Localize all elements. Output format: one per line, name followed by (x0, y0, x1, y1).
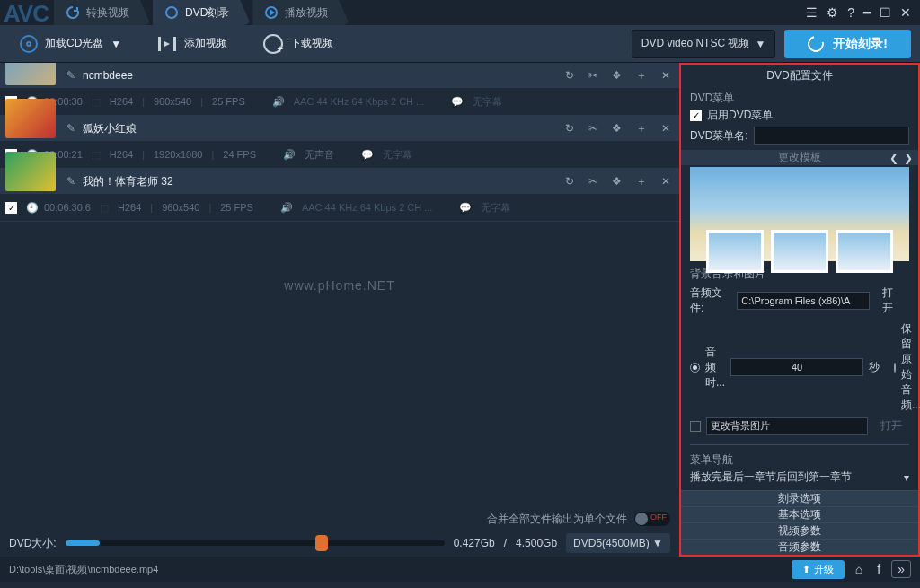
size-total: 4.500Gb (516, 537, 557, 549)
loop-icon[interactable]: ↻ (562, 69, 578, 82)
add-icon[interactable]: ＋ (632, 174, 650, 189)
open-audio-button[interactable]: 打开 (875, 284, 909, 318)
remove-icon[interactable]: ✕ (658, 175, 674, 188)
change-bg-checkbox[interactable] (690, 421, 701, 432)
download-video-button[interactable]: 下载视频 (247, 29, 349, 59)
fps: 25 FPS (220, 202, 253, 213)
facebook-icon[interactable]: f (873, 562, 884, 576)
size-label: DVD大小: (9, 536, 57, 551)
keep-original-radio[interactable] (894, 363, 896, 373)
tab-convert[interactable]: 转换视频 (54, 0, 151, 25)
speaker-icon[interactable]: 🔊 (272, 96, 285, 108)
upgrade-button[interactable]: ⬆ 升级 (792, 560, 845, 579)
audio-dur-input[interactable] (730, 358, 863, 376)
chevron-down-icon: ▼ (111, 38, 121, 50)
logo-watermark: AVC (4, 0, 49, 28)
subtitle-icon[interactable]: 💬 (459, 202, 472, 214)
item-checkbox[interactable]: ✓ (5, 202, 17, 214)
bg-image-input[interactable] (706, 417, 868, 435)
bg-section: 背景音乐和图片 音频文件: 打开 音频时... 秒 保留原始音频... 打开 (681, 263, 918, 441)
cut-icon[interactable]: ✂ (585, 122, 601, 135)
accordion-burn[interactable]: 刻录选项 (681, 490, 918, 506)
item-header[interactable]: ✎ 狐妖小红娘 ↻ ✂ ❖ ＋ ✕ (0, 116, 679, 141)
menu-name-input[interactable] (754, 127, 909, 145)
more-button[interactable]: » (891, 560, 911, 578)
add-icon[interactable]: ＋ (632, 121, 650, 136)
item-title: ncmbdeee (83, 69, 554, 82)
speaker-icon[interactable]: 🔊 (280, 202, 293, 214)
output-profile-select[interactable]: DVD video NTSC 视频 ▼ (632, 30, 776, 58)
button-label: 开始刻录! (833, 36, 888, 52)
menu-icon[interactable]: ☰ (806, 5, 818, 20)
accordion-basic[interactable]: 基本选项 (681, 506, 918, 522)
subtitle-info[interactable]: 无字幕 (473, 95, 502, 109)
audio-file-label: 音频文件: (690, 285, 731, 316)
subtitle-icon[interactable]: 💬 (451, 96, 464, 108)
remove-icon[interactable]: ✕ (658, 122, 674, 135)
film-icon: ⬚ (92, 149, 101, 161)
loop-icon[interactable]: ↻ (562, 175, 578, 188)
load-cd-button[interactable]: 加载CD光盘 ▼ (4, 29, 137, 59)
close-icon[interactable]: ✕ (900, 5, 911, 20)
upgrade-label: 升级 (814, 563, 834, 576)
audio-info[interactable]: AAC 44 KHz 64 Kbps 2 CH ... (294, 96, 425, 107)
add-icon[interactable]: ＋ (632, 68, 650, 83)
subtitle-icon[interactable]: 💬 (361, 149, 374, 161)
cut-icon[interactable]: ✂ (585, 69, 601, 82)
accordion-video[interactable]: 视频参数 (681, 522, 918, 539)
accordion-audio[interactable]: 音频参数 (681, 539, 918, 555)
disc-type-select[interactable]: DVD5(4500MB) ▼ (566, 533, 670, 553)
template-preview[interactable] (690, 167, 909, 261)
file-list-panel: ✎ ncmbdeee ↻ ✂ ❖ ＋ ✕ ✓ 🕘00:00:30 ⬚ H264|… (0, 63, 679, 557)
add-video-button[interactable]: 添加视频 (141, 29, 243, 59)
loop-icon[interactable]: ↻ (562, 122, 578, 135)
codec: H264 (118, 202, 141, 213)
tab-dvd[interactable]: DVD刻录 (153, 0, 251, 25)
change-template-label[interactable]: 更改模板 (778, 150, 821, 165)
audio-info[interactable]: AAC 44 KHz 64 Kbps 2 CH ... (302, 202, 433, 213)
fx-icon[interactable]: ❖ (608, 69, 625, 82)
audio-duration-radio[interactable] (690, 363, 700, 373)
audio-file-input[interactable] (737, 292, 870, 310)
item-meta: ✓ 🕘00:00:21 ⬚ H264| 1920x1080| 24 FPS 🔊 … (0, 141, 679, 168)
speaker-icon[interactable]: 🔊 (283, 149, 296, 161)
edit-icon[interactable]: ✎ (66, 122, 75, 135)
size-row: DVD大小: 0.427Gb/4.500Gb DVD5(4500MB) ▼ (0, 530, 679, 557)
audio-info[interactable]: 无声音 (305, 148, 334, 162)
thumbnail (5, 99, 56, 138)
item-title: 狐妖小红娘 (83, 121, 554, 136)
audio-dur-label: 音频时... (705, 345, 725, 391)
start-burn-button[interactable]: 开始刻录! (784, 30, 911, 58)
nav-option-select[interactable]: 播放完最后一章节后回到第一章节 ▾ (690, 468, 909, 487)
subtitle-info[interactable]: 无字幕 (383, 148, 412, 162)
template-prev-button[interactable]: ❮ (889, 152, 898, 164)
remove-icon[interactable]: ✕ (658, 69, 674, 82)
resolution: 960x540 (154, 96, 191, 107)
cut-icon[interactable]: ✂ (585, 175, 601, 188)
size-used: 0.427Gb (454, 537, 495, 549)
home-icon[interactable]: ⌂ (852, 562, 866, 576)
subtitle-info[interactable]: 无字幕 (481, 201, 510, 215)
main-area: ✎ ncmbdeee ↻ ✂ ❖ ＋ ✕ ✓ 🕘00:00:30 ⬚ H264|… (0, 63, 920, 557)
svg-rect-0 (158, 37, 161, 51)
list-item: ✎ ncmbdeee ↻ ✂ ❖ ＋ ✕ ✓ 🕘00:00:30 ⬚ H264|… (0, 63, 679, 116)
minimize-icon[interactable]: ━ (863, 5, 871, 20)
template-next-button[interactable]: ❯ (904, 152, 913, 164)
gear-icon[interactable]: ⚙ (827, 5, 838, 20)
item-header[interactable]: ✎ ncmbdeee ↻ ✂ ❖ ＋ ✕ (0, 63, 679, 88)
current-file-path: D:\tools\桌面\视频\ncmbdeee.mp4 (9, 563, 158, 576)
fx-icon[interactable]: ❖ (608, 175, 625, 188)
maximize-icon[interactable]: ☐ (880, 5, 891, 20)
item-header[interactable]: ✎ 我的！体育老师 32 ↻ ✂ ❖ ＋ ✕ (0, 169, 679, 194)
edit-icon[interactable]: ✎ (66, 175, 75, 188)
size-slider[interactable] (66, 540, 445, 546)
size-knob[interactable] (315, 535, 328, 551)
tab-label: DVD刻录 (185, 5, 229, 21)
merge-toggle[interactable] (634, 512, 670, 526)
resolution: 960x540 (162, 202, 199, 213)
edit-icon[interactable]: ✎ (66, 69, 75, 82)
help-icon[interactable]: ? (847, 5, 854, 20)
fx-icon[interactable]: ❖ (608, 122, 625, 135)
enable-menu-checkbox[interactable]: ✓ (690, 110, 702, 121)
tab-play[interactable]: 播放视频 (252, 0, 349, 25)
